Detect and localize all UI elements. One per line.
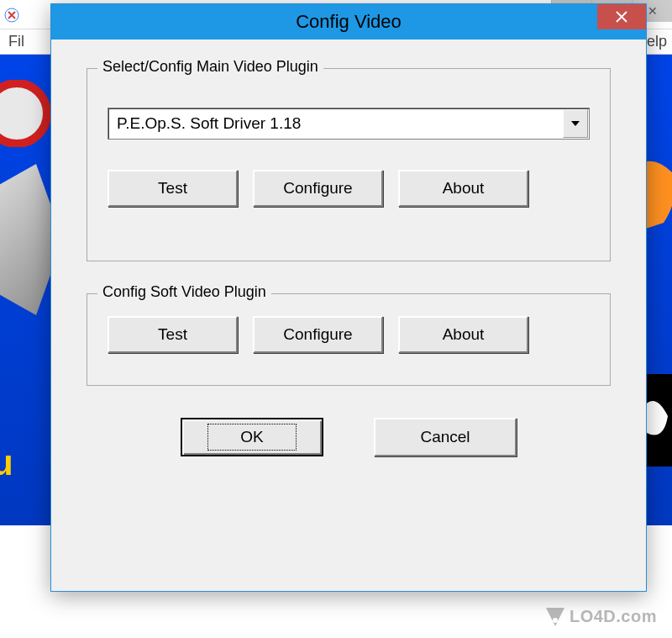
- soft-video-plugin-group: Config Soft Video Plugin Test Configure …: [87, 293, 611, 386]
- soft-configure-button[interactable]: Configure: [253, 316, 383, 353]
- svg-point-1: [0, 83, 47, 144]
- dialog-body: Select/Config Main Video Plugin P.E.Op.S…: [51, 40, 646, 477]
- button-label: About: [443, 179, 485, 198]
- button-label: Configure: [283, 179, 352, 198]
- dialog-title: Config Video: [51, 11, 646, 33]
- ok-button[interactable]: OK: [181, 418, 323, 456]
- button-label: About: [443, 325, 485, 344]
- button-label: Test: [158, 179, 187, 198]
- button-label: OK: [207, 424, 296, 451]
- chevron-down-icon: [571, 121, 580, 126]
- button-label: Cancel: [420, 428, 470, 446]
- bg-red-circle-icon: [0, 80, 50, 147]
- soft-test-button[interactable]: Test: [108, 316, 238, 353]
- button-label: Configure: [283, 325, 352, 344]
- dropdown-arrow-button[interactable]: [563, 109, 588, 138]
- download-icon: [546, 608, 564, 626]
- watermark: LO4D.com: [546, 607, 657, 626]
- main-about-button[interactable]: About: [398, 170, 528, 207]
- watermark-text: LO4D.com: [570, 607, 657, 626]
- soft-about-button[interactable]: About: [398, 316, 528, 353]
- video-plugin-dropdown[interactable]: P.E.Op.S. Soft Driver 1.18: [108, 108, 590, 140]
- main-plugin-button-row: Test Configure About: [108, 170, 590, 207]
- main-test-button[interactable]: Test: [108, 170, 238, 207]
- app-icon: [3, 7, 20, 24]
- close-icon: [616, 11, 627, 23]
- cancel-button[interactable]: Cancel: [374, 418, 517, 456]
- soft-group-legend: Config Soft Video Plugin: [97, 283, 271, 301]
- config-video-dialog: Config Video Select/Config Main Video Pl…: [50, 3, 647, 592]
- main-group-legend: Select/Config Main Video Plugin: [97, 58, 323, 76]
- main-video-plugin-group: Select/Config Main Video Plugin P.E.Op.S…: [87, 68, 611, 261]
- soft-plugin-button-row: Test Configure About: [108, 316, 590, 353]
- dialog-titlebar[interactable]: Config Video: [51, 4, 646, 40]
- main-configure-button[interactable]: Configure: [253, 170, 383, 207]
- dialog-action-buttons: OK Cancel: [87, 418, 611, 456]
- parent-menu-file[interactable]: Fil: [3, 33, 29, 50]
- bg-yellow-text: u: [0, 443, 13, 483]
- dialog-close-button[interactable]: [597, 4, 646, 29]
- button-label: Test: [158, 325, 187, 344]
- video-plugin-selected: P.E.Op.S. Soft Driver 1.18: [108, 114, 562, 133]
